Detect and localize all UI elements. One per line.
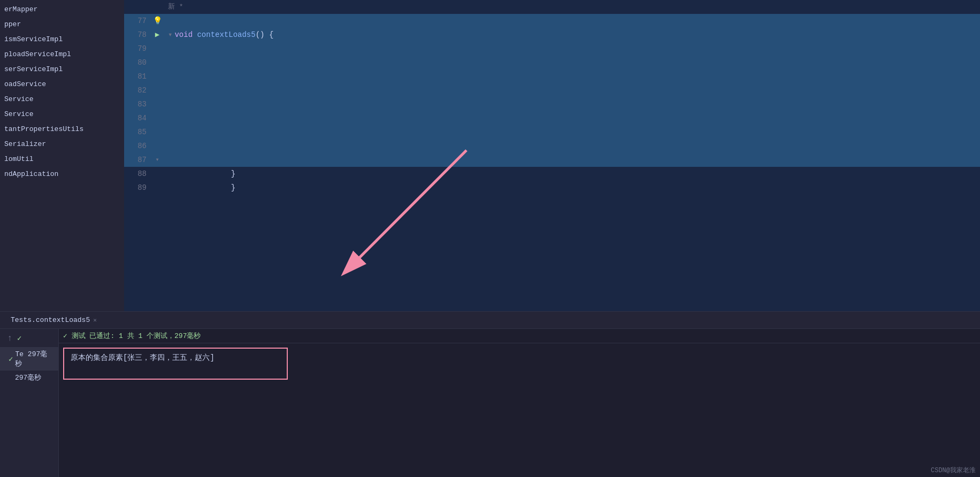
code-line-83: 83 oldList.add("王五"); xyxy=(124,97,980,111)
bottom-sidebar: ↑ ✓ ✓ Te 297毫秒 297毫秒 xyxy=(0,329,59,477)
sidebar-item-ermapper[interactable]: erMapper xyxy=(0,2,124,17)
code-line-84: 84 oldList.add("赵六"); xyxy=(124,111,980,125)
code-line-85: 85 List<String> collect = oldList.stream… xyxy=(124,125,980,139)
bottom-panel: Tests.contextLoads5 ✕ ↑ ✓ ✓ Te 297毫秒 297… xyxy=(0,311,980,477)
watermark: CSDN@我家老淮 xyxy=(931,466,976,475)
tab-close-button[interactable]: ✕ xyxy=(93,317,97,324)
test-status-text: ✓ 测试 已通过: 1 共 1 个测试，297毫秒 xyxy=(63,331,201,341)
bottom-output-area: 原本的集合原素[张三，李四，王五，赵六] xyxy=(59,343,980,477)
test-item-label: Te 297毫秒 xyxy=(15,349,54,368)
sidebar-item-ndapplication[interactable]: ndApplication xyxy=(0,167,124,182)
tab-label: Tests.contextLoads5 xyxy=(11,316,90,324)
code-line-89: 89 xyxy=(124,181,980,195)
test-pass-icon: ✓ xyxy=(9,355,13,364)
sidebar-item-userserviceimpl[interactable]: serServiceImpl xyxy=(0,62,124,77)
code-line-80: 80 oldList.add("张三"); xyxy=(124,56,980,70)
sidebar-item-pper[interactable]: pper xyxy=(0,17,124,32)
pass-icon: ✓ xyxy=(17,334,21,343)
code-line-78: 78 ▶ ▾ void contextLoads5 () { xyxy=(124,28,980,42)
scroll-up-button[interactable]: ↑ xyxy=(4,332,15,344)
bottom-tabs-bar: Tests.contextLoads5 ✕ xyxy=(0,312,980,329)
output-result-box: 原本的集合原素[张三，李四，王五，赵六] xyxy=(63,348,288,380)
code-editor-area: 新 * 77 💡 @Test 78 xyxy=(124,0,980,311)
code-line-82: 82 oldList.add("李四"); xyxy=(124,83,980,97)
sidebar-item-lomutil[interactable]: lomUtil xyxy=(0,152,124,167)
fold-icon[interactable]: ▾ xyxy=(155,153,159,167)
sidebar-item-service1[interactable]: Service xyxy=(0,92,124,107)
bottom-content-area: ↑ ✓ ✓ Te 297毫秒 297毫秒 ✓ 测试 已通过: 1 共 1 个测试… xyxy=(0,329,980,477)
bottom-tab-tests[interactable]: Tests.contextLoads5 ✕ xyxy=(4,314,103,326)
sidebar-item-ismserviceimpl[interactable]: ismServiceImpl xyxy=(0,32,124,47)
bottom-toolbar: ✓ 测试 已通过: 1 共 1 个测试，297毫秒 xyxy=(59,329,980,343)
code-line-87: 87 ▾ } xyxy=(124,153,980,167)
code-line-77: 77 💡 @Test xyxy=(124,14,980,28)
sidebar-item-tantpropertiesutils[interactable]: tantPropertiesUtils xyxy=(0,122,124,137)
bottom-sidebar-header: ↑ ✓ xyxy=(0,329,58,347)
code-line-81: 81 oldList.add("张三"); xyxy=(124,70,980,83)
editor-main: erMapper pper ismServiceImpl ploadServic… xyxy=(0,0,980,311)
test-item-te[interactable]: ✓ Te 297毫秒 xyxy=(0,347,58,371)
sidebar-item-uploadserviceimpl[interactable]: ploadServiceImpl xyxy=(0,47,124,62)
output-text: 原本的集合原素[张三，李四，王五，赵六] xyxy=(71,353,215,362)
code-editor[interactable]: 新 * 77 💡 @Test 78 xyxy=(124,0,980,311)
code-line-86: 86 System.out.println("原本的集合原素"+collect)… xyxy=(124,139,980,153)
sidebar-item-service2[interactable]: Service xyxy=(0,107,124,122)
sidebar: erMapper pper ismServiceImpl ploadServic… xyxy=(0,0,124,311)
bottom-main-output: ✓ 测试 已通过: 1 共 1 个测试，297毫秒 原本的集合原素[张三，李四，… xyxy=(59,329,980,477)
code-line-79: 79 List<String> oldList = new ArrayList<… xyxy=(124,42,980,56)
sidebar-item-serializer[interactable]: Serializer xyxy=(0,137,124,152)
new-indicator-line: 新 * xyxy=(124,0,980,14)
code-line-88: 88 } xyxy=(124,167,980,181)
run-icon[interactable]: ▶ xyxy=(155,28,159,42)
sidebar-item-loadservice[interactable]: oadService xyxy=(0,77,124,92)
app-window: erMapper pper ismServiceImpl ploadServic… xyxy=(0,0,980,477)
test-duration-label: 297毫秒 xyxy=(0,371,58,384)
bulb-icon[interactable]: 💡 xyxy=(153,14,162,28)
